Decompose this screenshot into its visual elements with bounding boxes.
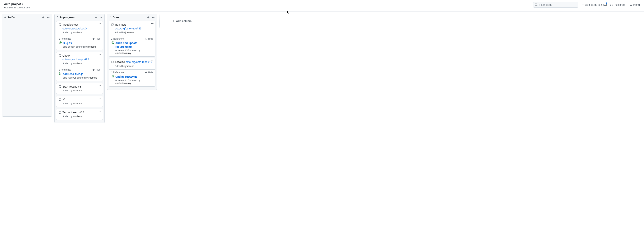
svg-point-27 <box>152 23 152 24</box>
card-title: Checkocto-org/octo-repo#25 <box>62 54 89 61</box>
svg-point-3 <box>100 17 100 18</box>
column-count: 2 <box>110 16 111 19</box>
fold-icon <box>145 71 148 74</box>
card-title: Troubleshootocto-org/octo-docs#4 <box>62 23 88 30</box>
column-menu-button[interactable] <box>100 16 102 19</box>
svg-point-24 <box>153 17 154 18</box>
project-updated: Updated 37 seconds ago <box>4 6 30 9</box>
svg-point-10 <box>60 42 61 43</box>
reference-meta: octo-repo#36 opened by emilyistoofunky <box>112 49 152 54</box>
add-column-button[interactable]: Add column <box>160 14 204 28</box>
column-menu-button[interactable] <box>47 16 50 19</box>
menu-button[interactable]: Menu <box>630 3 640 6</box>
issue-open-icon <box>59 41 62 44</box>
pull-request-open-icon <box>59 72 62 75</box>
note-icon <box>59 54 61 57</box>
card[interactable]: #6Added by jmarlena <box>56 96 103 107</box>
column-menu-button[interactable] <box>152 16 155 19</box>
svg-point-12 <box>100 54 100 55</box>
card[interactable]: Troubleshootocto-org/octo-docs#4Added by… <box>56 21 103 50</box>
note-icon <box>59 111 61 114</box>
svg-point-28 <box>153 23 153 24</box>
card-link[interactable]: octo-org/octo-repo#10 <box>126 60 152 63</box>
card-added-by: Added by jmarlena <box>59 102 100 105</box>
fullscreen-label: Fullscreen <box>614 3 626 6</box>
card-menu-button[interactable] <box>151 22 154 25</box>
card-added-by: Added by jmarlena <box>111 64 153 68</box>
svg-point-7 <box>100 23 100 24</box>
card-menu-button[interactable] <box>98 53 101 56</box>
card-title: Test octo-repo#26 <box>62 111 84 115</box>
card[interactable]: Checkocto-org/octo-repo#25Added by jmarl… <box>56 52 103 81</box>
card-link[interactable]: octo-org/octo-docs#4 <box>62 27 88 30</box>
card-title: #6 <box>62 98 66 102</box>
hide-references-button[interactable]: Hide <box>92 37 100 40</box>
hide-label: Hide <box>96 68 100 71</box>
add-column-label: Add column <box>176 19 192 22</box>
reference-meta: octo-docs#4 opened by megbird <box>59 45 100 48</box>
reference-count: 1 Reference <box>59 37 71 40</box>
card[interactable]: Start Testing #3Added by jmarlena <box>56 83 103 94</box>
card-menu-button[interactable] <box>98 110 101 113</box>
menu-label: Menu <box>633 3 640 6</box>
column-title: To Do <box>8 16 15 19</box>
svg-point-32 <box>152 61 152 61</box>
note-icon <box>111 61 114 63</box>
reference-title[interactable]: Bug fix <box>63 41 72 45</box>
svg-point-13 <box>100 54 101 55</box>
svg-point-16 <box>100 85 101 86</box>
card-added-by: Added by jmarlena <box>59 30 100 34</box>
card-link[interactable]: octo-org/octo-repo#36 <box>115 27 142 30</box>
card[interactable]: Run testsocto-org/octo-repo#36Added by j… <box>109 21 156 57</box>
card-menu-button[interactable] <box>98 22 101 25</box>
card-added-by: Added by jmarlena <box>59 114 100 118</box>
svg-point-26 <box>151 23 152 24</box>
svg-point-33 <box>153 61 153 61</box>
column-title: Done <box>113 16 120 19</box>
reference-meta: octo-repo#25 opened by jmarlena <box>59 76 100 79</box>
column: 0To Do <box>2 14 52 117</box>
card-link[interactable]: octo-org/octo-repo#25 <box>62 58 89 61</box>
reference-title[interactable]: Update README <box>116 75 137 79</box>
hide-references-button[interactable]: Hide <box>145 37 153 40</box>
reference-title[interactable]: Audit and update requirements <box>116 41 152 49</box>
issue-open-icon <box>112 41 114 44</box>
card-menu-button[interactable] <box>98 97 101 100</box>
column-count: 0 <box>4 16 6 19</box>
card[interactable]: Test octo-repo#26Added by jmarlena <box>56 109 103 120</box>
svg-point-17 <box>99 98 99 99</box>
fullscreen-button[interactable]: Fullscreen <box>610 3 626 6</box>
card-menu-button[interactable] <box>98 84 101 87</box>
hide-references-button[interactable]: Hide <box>145 71 153 74</box>
svg-point-11 <box>99 54 99 55</box>
fold-icon <box>92 37 95 40</box>
add-card-button[interactable] <box>94 16 97 19</box>
fold-icon <box>145 37 148 40</box>
reference-count: 1 Reference <box>59 68 71 71</box>
svg-point-19 <box>100 98 101 99</box>
card-title: Localize octo-org/octo-repo#10 <box>115 60 152 64</box>
svg-point-8 <box>100 23 101 24</box>
column-title: In progress <box>60 16 75 19</box>
reference-meta: octo-repo#10 opened by emilyistoofunky <box>112 79 152 85</box>
svg-point-15 <box>100 85 100 86</box>
add-cards-button[interactable]: Add cards (1 new) <box>582 3 607 6</box>
card-added-by: Added by jmarlena <box>111 30 153 34</box>
card-menu-button[interactable] <box>151 59 154 62</box>
card[interactable]: Localize octo-org/octo-repo#10Added by j… <box>109 58 156 86</box>
svg-point-18 <box>100 98 100 99</box>
add-cards-label: Add cards (1 new) <box>585 3 607 6</box>
add-card-button[interactable] <box>42 16 45 19</box>
filter-cards-input[interactable] <box>533 2 578 8</box>
svg-point-0 <box>47 17 48 18</box>
note-icon <box>59 98 61 101</box>
svg-point-31 <box>151 61 152 61</box>
hide-label: Hide <box>96 37 100 40</box>
reference-title[interactable]: add read-files.js <box>63 72 84 76</box>
hide-references-button[interactable]: Hide <box>92 68 100 71</box>
fold-icon <box>92 68 95 71</box>
project-title: octo-project-2 <box>4 2 30 6</box>
svg-point-1 <box>48 17 48 18</box>
add-card-button[interactable] <box>147 16 150 19</box>
card-added-by: Added by jmarlena <box>59 61 100 65</box>
